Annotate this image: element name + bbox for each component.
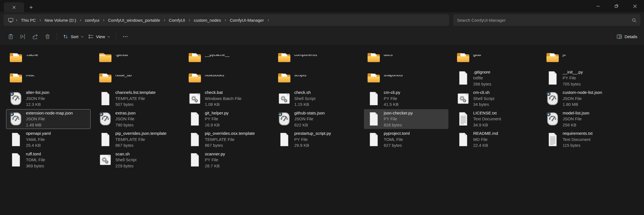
file-tile[interactable]: check.shShell Script1.15 KB (274, 89, 359, 108)
tile-text: github-stats.jsonJSON File622 KB (292, 110, 325, 128)
folder-tile[interactable]: snapshots (364, 68, 448, 88)
item-type: JSON File (115, 116, 136, 122)
item-name: custom-node-list.json (563, 89, 602, 96)
tile-text: .gitignoretxtfile266 bytes (471, 69, 491, 87)
file-tile[interactable]: channels.list.templateTEMPLATE File507 b… (96, 89, 180, 108)
file-tile[interactable]: alter-list.jsonJSON File12.3 KB (6, 89, 91, 108)
view-button[interactable]: View (86, 31, 112, 42)
file-tile[interactable]: git_helper.pyPY File16.9 KB (185, 109, 269, 129)
search-input[interactable] (457, 18, 632, 23)
file-tile[interactable]: scan.shShell Script229 bytes (96, 150, 180, 170)
close-window-button[interactable] (626, 0, 644, 12)
folder-tile[interactable]: glob (453, 48, 538, 67)
breadcrumb-segment[interactable]: ComfyUI-Manager (227, 16, 266, 24)
breadcrumb-segment[interactable]: ComfyUI (166, 16, 188, 24)
restore-button[interactable] (607, 0, 626, 12)
folder-tile[interactable]: __pycache__ (185, 48, 269, 67)
file-tile[interactable]: cm-cli.pyPY File41.5 KB (364, 89, 448, 108)
item-size: 34 bytes (473, 101, 494, 108)
folder-tile[interactable]: misc (6, 68, 91, 88)
folder-tile[interactable]: .cache (6, 48, 91, 67)
file-tile[interactable]: extras.jsonJSON File790 bytes (96, 109, 180, 129)
file-tile[interactable]: README.mdMD File22.4 KB (453, 130, 538, 149)
file-tile[interactable]: custom-node-list.jsonJSON File1.80 MB (543, 89, 627, 108)
file-list-area: .cache.github__pycache__componentsdocsgl… (0, 46, 644, 215)
folder-tile[interactable]: docs (364, 48, 448, 67)
folder-icon (276, 70, 292, 86)
folder-tile[interactable]: components (274, 48, 359, 67)
item-size: 867 bytes (205, 142, 255, 148)
tab-close-button[interactable] (10, 4, 18, 11)
ellipsis-icon (122, 34, 128, 40)
file-tile[interactable]: LICENSE.txtText Document34.9 KB (453, 109, 538, 129)
share-icon (32, 34, 38, 40)
file-tile[interactable]: pip_overrides.osx.templateTEMPLATE File8… (185, 130, 269, 149)
file-tile[interactable]: __init__.pyPY File705 bytes (543, 68, 627, 88)
file-tile[interactable]: extension-node-map.jsonJSON File1.49 MB (6, 109, 91, 129)
item-size: 12.3 KB (26, 101, 49, 108)
file-tile[interactable]: cm-cli.shShell Script34 bytes (453, 89, 538, 108)
file-tile[interactable]: pip_overrides.json.templateTEMPLATE File… (96, 130, 180, 149)
folder-tile[interactable]: notebooks (185, 68, 269, 88)
file-tile[interactable]: prestartup_script.pyPY File29.9 KB (274, 130, 359, 149)
file-tile[interactable]: pyproject.tomlTOML File627 bytes (364, 130, 448, 149)
breadcrumb-chevron[interactable]: › (188, 18, 191, 22)
command-bar: A Sort (0, 28, 644, 46)
rename-button[interactable]: A (17, 31, 29, 42)
page-icon (455, 70, 471, 86)
folder-tile[interactable]: node_db (96, 68, 180, 88)
breadcrumb-segment[interactable]: comfyui (82, 16, 102, 24)
share-button[interactable] (29, 31, 41, 42)
breadcrumb-segment[interactable]: ComfyUI_windows_portable (106, 16, 163, 24)
item-name: scanner.py (205, 151, 225, 157)
folder-tile[interactable]: js (543, 48, 627, 67)
tile-text: requirements.txtText Document115 bytes (561, 130, 593, 148)
folder-tile[interactable]: scripts (274, 68, 359, 88)
breadcrumb-chevron[interactable]: › (266, 18, 270, 22)
more-options-button[interactable] (119, 31, 132, 42)
file-tile[interactable]: model-list.jsonJSON File258 KB (543, 109, 627, 129)
paste-button[interactable] (4, 31, 17, 42)
page-icon (97, 91, 113, 107)
explorer-tab[interactable] (4, 2, 24, 12)
trash-icon (45, 34, 50, 40)
restore-icon (614, 4, 618, 8)
sort-button[interactable]: Sort (60, 31, 86, 42)
file-tile[interactable]: requirements.txtText Document115 bytes (543, 130, 627, 149)
breadcrumb-chevron[interactable]: › (102, 18, 105, 22)
breadcrumb-segment[interactable]: New Volume (D:) (42, 16, 79, 24)
rename-icon: A (20, 34, 26, 40)
item-type: MD File (473, 136, 498, 143)
minimize-button[interactable] (589, 0, 607, 12)
file-tile[interactable]: github-stats.jsonJSON File622 KB (274, 109, 359, 129)
search-box[interactable] (453, 14, 640, 26)
item-name: git_helper.py (205, 110, 229, 116)
file-tile[interactable]: scanner.pyPY File28.7 KB (185, 150, 269, 170)
breadcrumb-chevron[interactable]: › (79, 18, 82, 22)
breadcrumb-segment[interactable]: This PC (18, 16, 38, 24)
item-name: snapshots (384, 75, 403, 78)
address-bar: ›This PC›New Volume (D:)›comfyui›ComfyUI… (0, 12, 644, 28)
breadcrumb-segment[interactable]: custom_nodes (191, 16, 223, 24)
folder-tile[interactable]: .github (96, 48, 180, 67)
breadcrumb-chevron[interactable]: › (15, 18, 18, 22)
file-tile[interactable]: ruff.tomlTOML File369 bytes (6, 150, 91, 170)
breadcrumb-chevron[interactable]: › (38, 18, 42, 22)
new-tab-button[interactable] (26, 3, 36, 12)
file-tile[interactable]: .gitignoretxtfile266 bytes (453, 68, 538, 88)
item-name: README.md (473, 130, 498, 136)
breadcrumb-chevron[interactable]: › (223, 18, 227, 22)
breadcrumb[interactable]: ›This PC›New Volume (D:)›comfyui›ComfyUI… (4, 14, 449, 26)
item-name: js (563, 55, 566, 58)
gears-icon (455, 91, 471, 107)
this-pc-icon (6, 17, 15, 23)
file-tile[interactable]: check.batWindows Batch File1.08 KB (185, 89, 269, 108)
file-tile[interactable]: json-checker.pyPY File828 bytes (364, 109, 448, 129)
json-icon (97, 111, 113, 127)
delete-button[interactable] (41, 31, 54, 42)
details-button[interactable]: Details (614, 31, 640, 42)
file-tile[interactable]: openapi.yamlYAML File25.4 KB (6, 130, 91, 149)
breadcrumb-chevron[interactable]: › (162, 18, 166, 22)
item-type: txtfile (473, 75, 491, 81)
tile-text: prestartup_script.pyPY File29.9 KB (292, 130, 331, 148)
